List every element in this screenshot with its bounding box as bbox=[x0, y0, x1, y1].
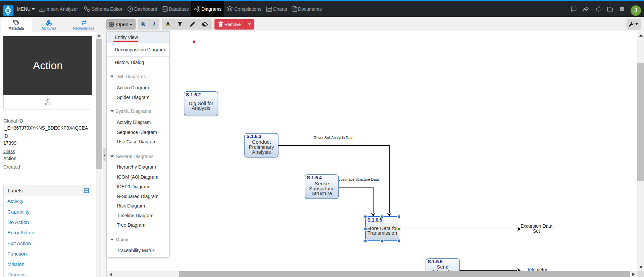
svg-text:Telemetry: Telemetry bbox=[527, 267, 547, 271]
svg-text:Rover Soil Analysis Data: Rover Soil Analysis Data bbox=[314, 136, 354, 140]
svg-text:S.1.6.5: S.1.6.5 bbox=[367, 217, 383, 223]
svg-text:Transmission: Transmission bbox=[367, 230, 397, 236]
svg-text:ubsurface Structure Data: ubsurface Structure Data bbox=[339, 177, 379, 181]
svg-text:Telemetry: Telemetry bbox=[432, 269, 454, 271]
svg-text:Analysis: Analysis bbox=[192, 105, 210, 111]
svg-text:S.1.6.3: S.1.6.3 bbox=[247, 134, 262, 139]
svg-text:S.1.6.4: S.1.6.4 bbox=[307, 175, 322, 180]
svg-text:Structure: Structure bbox=[312, 190, 332, 196]
svg-text:S.1.6.2: S.1.6.2 bbox=[186, 92, 201, 97]
svg-text:Set: Set bbox=[533, 228, 540, 234]
svg-text:Excursion Data: Excursion Data bbox=[521, 223, 552, 229]
svg-text:Analysis: Analysis bbox=[252, 149, 271, 155]
